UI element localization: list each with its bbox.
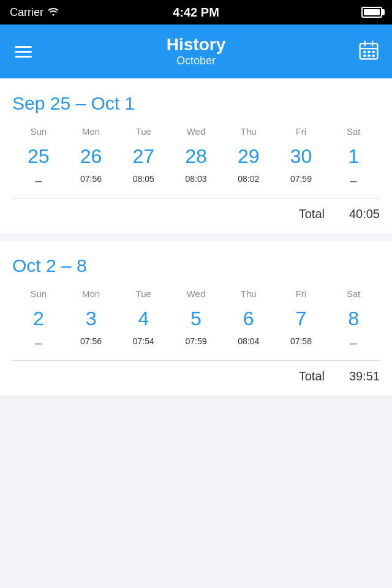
menu-line-1 xyxy=(15,46,32,48)
day-time-0-3: 08:03 xyxy=(170,170,222,188)
calendar-icon xyxy=(358,39,380,61)
day-time-0-5: 07:59 xyxy=(275,170,328,188)
total-row-1: Total39:51 xyxy=(12,361,380,383)
day-number-1-2: 4 xyxy=(117,305,170,333)
menu-line-3 xyxy=(15,56,32,58)
nav-bar: History October xyxy=(0,24,392,78)
day-time-1-4: 08:04 xyxy=(222,333,275,350)
day-time-1-5: 07:58 xyxy=(275,333,328,350)
svg-rect-5 xyxy=(368,51,371,53)
day-label-1-1: Mon xyxy=(65,288,118,305)
svg-rect-4 xyxy=(363,51,366,53)
week-section-1: Oct 2 – 8SunMonTueWedThuFriSat2345678–07… xyxy=(0,241,392,396)
day-number-0-6: 1 xyxy=(327,143,380,170)
page-title: History xyxy=(167,36,225,55)
day-grid-0: SunMonTueWedThuFriSat2526272829301–07:56… xyxy=(12,126,380,188)
content-area: Sep 25 – Oct 1SunMonTueWedThuFriSat25262… xyxy=(0,78,392,396)
day-time-0-6: – xyxy=(327,170,380,188)
svg-rect-6 xyxy=(372,51,375,53)
day-time-0-2: 08:05 xyxy=(117,170,170,188)
day-label-1-4: Thu xyxy=(222,288,275,305)
day-label-1-0: Sun xyxy=(12,288,65,305)
day-time-1-1: 07:56 xyxy=(65,333,118,350)
day-label-1-5: Fri xyxy=(275,288,328,305)
day-number-1-5: 7 xyxy=(275,305,328,333)
day-time-0-1: 07:56 xyxy=(65,170,118,188)
week-section-0: Sep 25 – Oct 1SunMonTueWedThuFriSat25262… xyxy=(0,78,392,233)
day-time-0-4: 08:02 xyxy=(222,170,275,188)
total-value-1: 39:51 xyxy=(337,369,380,383)
day-number-1-3: 5 xyxy=(170,305,222,333)
day-time-1-3: 07:59 xyxy=(170,333,222,350)
page-subtitle: October xyxy=(167,55,225,67)
total-label-1: Total xyxy=(299,369,325,383)
calendar-button[interactable] xyxy=(358,39,380,64)
day-number-0-4: 29 xyxy=(222,143,275,170)
day-time-1-0: – xyxy=(12,333,65,350)
status-bar: Carrier 4:42 PM xyxy=(0,0,392,24)
day-label-0-3: Wed xyxy=(170,126,222,143)
battery-area xyxy=(361,7,382,18)
total-value-0: 40:05 xyxy=(337,207,380,221)
nav-title-area: History October xyxy=(167,36,225,67)
day-label-0-0: Sun xyxy=(12,126,65,143)
day-number-0-0: 25 xyxy=(12,143,65,170)
day-label-1-3: Wed xyxy=(170,288,222,305)
day-label-1-6: Sat xyxy=(327,288,380,305)
wifi-icon xyxy=(47,6,59,18)
carrier-area: Carrier xyxy=(10,6,59,19)
day-label-0-4: Thu xyxy=(222,126,275,143)
day-label-0-1: Mon xyxy=(65,126,118,143)
day-time-1-2: 07:54 xyxy=(117,333,170,350)
svg-rect-8 xyxy=(368,55,371,57)
day-number-0-2: 27 xyxy=(117,143,170,170)
day-number-1-0: 2 xyxy=(12,305,65,333)
menu-button[interactable] xyxy=(12,43,34,60)
day-number-1-1: 3 xyxy=(65,305,118,333)
day-number-0-1: 26 xyxy=(65,143,118,170)
total-row-0: Total40:05 xyxy=(12,198,380,221)
week-range-title-1: Oct 2 – 8 xyxy=(12,255,380,276)
day-grid-1: SunMonTueWedThuFriSat2345678–07:5607:540… xyxy=(12,288,380,350)
svg-rect-7 xyxy=(363,55,366,57)
svg-rect-9 xyxy=(372,55,375,57)
week-range-title-0: Sep 25 – Oct 1 xyxy=(12,93,380,114)
day-label-0-2: Tue xyxy=(117,126,170,143)
day-number-0-3: 28 xyxy=(170,143,222,170)
status-time: 4:42 PM xyxy=(173,6,219,20)
day-time-1-6: – xyxy=(327,333,380,350)
carrier-label: Carrier xyxy=(10,6,43,19)
day-time-0-0: – xyxy=(12,170,65,188)
battery-icon xyxy=(361,7,382,18)
day-number-0-5: 30 xyxy=(275,143,328,170)
day-number-1-6: 8 xyxy=(327,305,380,333)
day-label-1-2: Tue xyxy=(117,288,170,305)
total-label-0: Total xyxy=(299,207,325,221)
day-label-0-5: Fri xyxy=(275,126,328,143)
day-number-1-4: 6 xyxy=(222,305,275,333)
day-label-0-6: Sat xyxy=(327,126,380,143)
menu-line-2 xyxy=(15,51,32,53)
